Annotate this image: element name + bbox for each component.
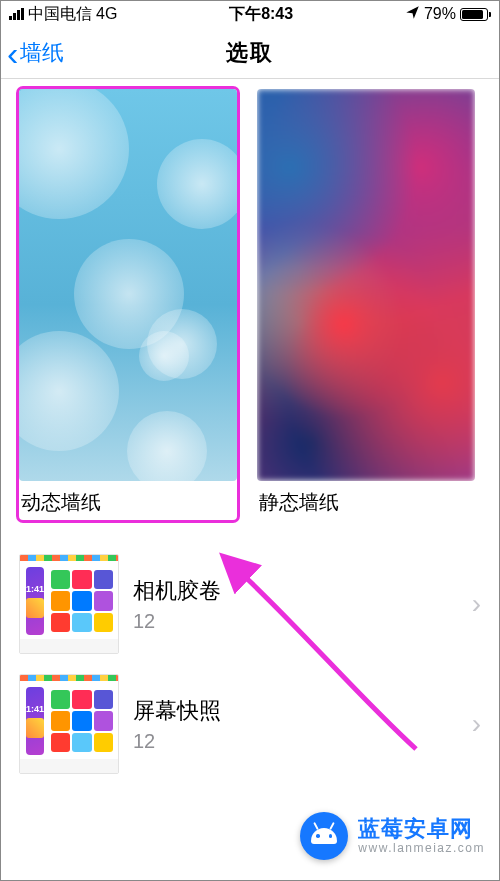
watermark-url: www.lanmeiaz.com <box>358 842 485 856</box>
wallpaper-categories: 动态墙纸 静态墙纸 <box>1 79 499 524</box>
album-list: 1:41 相机胶卷 12 › 1:41 <box>1 524 499 784</box>
nav-bar: ‹ 墙纸 选取 <box>1 27 499 79</box>
chevron-right-icon: › <box>472 588 481 620</box>
status-left: 中国电信 4G <box>9 4 117 25</box>
album-thumb: 1:41 <box>19 554 119 654</box>
category-dynamic-label: 动态墙纸 <box>19 481 237 516</box>
network-label: 4G <box>96 5 117 23</box>
chevron-right-icon: › <box>472 708 481 740</box>
album-count: 12 <box>133 610 481 633</box>
page-title: 选取 <box>1 27 499 79</box>
location-icon <box>405 5 420 24</box>
album-thumb: 1:41 <box>19 674 119 774</box>
carrier-label: 中国电信 <box>28 4 92 25</box>
album-count: 12 <box>133 730 481 753</box>
category-static[interactable]: 静态墙纸 <box>257 89 475 520</box>
album-title: 相机胶卷 <box>133 576 481 606</box>
category-static-thumb <box>257 89 475 481</box>
watermark: 蓝莓安卓网 www.lanmeiaz.com <box>300 812 485 860</box>
category-dynamic[interactable]: 动态墙纸 <box>19 89 237 520</box>
signal-icon <box>9 8 24 20</box>
album-row-camera-roll[interactable]: 1:41 相机胶卷 12 › <box>1 544 499 664</box>
album-row-screenshots[interactable]: 1:41 屏幕快照 12 › <box>1 664 499 784</box>
album-info: 屏幕快照 12 <box>133 696 481 753</box>
category-dynamic-thumb <box>19 89 237 481</box>
battery-icon <box>460 8 491 21</box>
album-title: 屏幕快照 <box>133 696 481 726</box>
watermark-logo-icon <box>300 812 348 860</box>
watermark-brand: 蓝莓安卓网 <box>358 816 485 841</box>
battery-pct: 79% <box>424 5 456 23</box>
status-right: 79% <box>405 5 491 24</box>
status-time: 下午8:43 <box>229 4 293 25</box>
album-info: 相机胶卷 12 <box>133 576 481 633</box>
status-bar: 中国电信 4G 下午8:43 79% <box>1 1 499 27</box>
category-static-label: 静态墙纸 <box>257 481 475 516</box>
